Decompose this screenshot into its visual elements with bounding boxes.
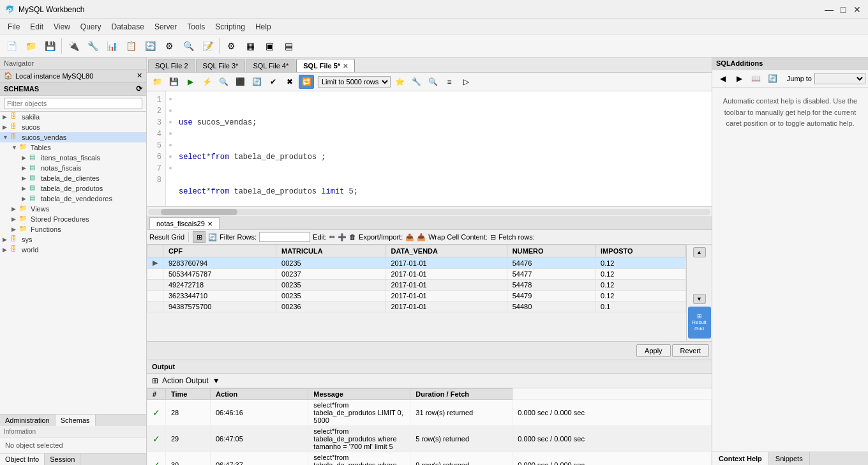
edit-add-btn[interactable]: ➕ xyxy=(338,233,347,241)
result-row[interactable]: 492472718 00235 2017-01-01 54478 0.12 xyxy=(147,280,686,291)
refresh-result-btn[interactable]: 🔄 xyxy=(208,233,217,241)
object-info-tab[interactable]: Object Info xyxy=(0,454,45,465)
result-grid-icon[interactable]: ⊞ xyxy=(193,231,206,243)
query-explain-btn[interactable]: 🔍 xyxy=(216,75,231,89)
tree-item-tabela-vendedores[interactable]: ▶ ▤ tabela_de_vendedores xyxy=(0,194,146,204)
session-tab[interactable]: Session xyxy=(45,454,80,465)
toolbar-open[interactable]: 📁 xyxy=(22,37,40,55)
toolbar-btn4[interactable]: 📋 xyxy=(122,37,140,55)
menu-scripting[interactable]: Scripting xyxy=(210,21,250,33)
instance-tab[interactable]: 🏠 Local instance MySQL80 ✕ xyxy=(0,70,146,82)
query-autocommit-btn[interactable]: 🔁 xyxy=(299,75,314,89)
menu-database[interactable]: Database xyxy=(107,21,149,33)
action-output-dropdown[interactable]: ▼ xyxy=(213,376,220,385)
query-open-btn[interactable]: 📁 xyxy=(149,75,165,89)
tree-item-sucos[interactable]: ▶ 🗄 sucos xyxy=(0,122,146,132)
result-row[interactable]: ▶ 9283760794 00235 2017-01-01 54476 0.12 xyxy=(147,257,686,269)
query-more-btn[interactable]: ▷ xyxy=(458,75,474,89)
tree-item-stored-procs[interactable]: ▶ 📁 Stored Procedures xyxy=(0,214,146,224)
close-button[interactable]: ✕ xyxy=(851,4,863,15)
result-row[interactable]: 3623344710 00235 2017-01-01 54479 0.12 xyxy=(147,291,686,301)
toolbar-layout3[interactable]: ▤ xyxy=(280,37,297,55)
result-grid-toggle-btn[interactable]: ⊞ ResultGrid xyxy=(688,307,711,339)
tree-item-itens-notas[interactable]: ▶ ▤ itens_notas_fiscais xyxy=(0,153,146,163)
sql-tab-2[interactable]: SQL File 2 xyxy=(148,59,195,72)
result-tab-close[interactable]: ✕ xyxy=(207,220,213,227)
edit-del-btn[interactable]: 🗑 xyxy=(349,233,356,241)
col-imposto[interactable]: IMPOSTO xyxy=(595,245,686,257)
query-star-btn[interactable]: ⭐ xyxy=(392,75,407,89)
query-run-all-btn[interactable]: ▶ xyxy=(183,75,198,89)
tree-item-world[interactable]: ▶ 🗄 world xyxy=(0,245,146,255)
query-run-sel-btn[interactable]: ⚡ xyxy=(199,75,214,89)
editor-scroll-area[interactable]: 1 2 3 4 5 6 7 8 ● ● ● ● ● ● ● xyxy=(147,91,712,206)
toolbar-btn7[interactable]: 🔍 xyxy=(179,37,197,55)
revert-button[interactable]: Revert xyxy=(672,344,709,357)
hscroll-thumb[interactable] xyxy=(161,209,237,215)
vscroll-down-btn[interactable]: ▼ xyxy=(693,294,706,304)
vscroll-up-btn[interactable]: ▲ xyxy=(693,247,706,257)
apply-button[interactable]: Apply xyxy=(636,344,671,357)
col-data-venda[interactable]: DATA_VENDA xyxy=(385,245,507,257)
search-input[interactable] xyxy=(4,98,142,109)
instance-close[interactable]: ✕ xyxy=(137,72,142,80)
tree-item-functions[interactable]: ▶ 📁 Functions xyxy=(0,224,146,234)
toolbar-btn5[interactable]: 🔄 xyxy=(141,37,159,55)
query-stop-btn[interactable]: ⬛ xyxy=(232,75,248,89)
code-editor[interactable]: use sucos_vendas; select*from tabela_de_… xyxy=(175,91,712,206)
sql-additions-next-btn[interactable]: ▶ xyxy=(731,72,747,86)
toolbar-layout2[interactable]: ▣ xyxy=(260,37,278,55)
sql-additions-auto-btn[interactable]: 🔄 xyxy=(765,72,780,86)
tree-item-sucos-vendas[interactable]: ▼ 🗄 sucos_vendas xyxy=(0,132,146,142)
menu-tools[interactable]: Tools xyxy=(182,21,210,33)
sql-additions-context-btn[interactable]: 📖 xyxy=(748,72,763,86)
tree-item-sys[interactable]: ▶ 🗄 sys xyxy=(0,234,146,245)
toolbar-btn3[interactable]: 📊 xyxy=(103,37,121,55)
result-row[interactable]: 94387575700 00236 2017-01-01 54480 0.1 xyxy=(147,301,686,312)
toolbar-connect[interactable]: 🔌 xyxy=(64,37,82,55)
query-commit-btn[interactable]: ✔ xyxy=(266,75,281,89)
schemas-tab[interactable]: Schemas xyxy=(56,415,96,426)
query-format-btn[interactable]: ≡ xyxy=(442,75,457,89)
menu-edit[interactable]: Edit xyxy=(25,21,49,33)
result-tab-notas[interactable]: notas_fiscais29 ✕ xyxy=(149,217,220,229)
toolbar-btn6[interactable]: ⚙ xyxy=(160,37,178,55)
snippets-tab[interactable]: Snippets xyxy=(769,452,810,465)
query-rollback-btn[interactable]: ✖ xyxy=(282,75,297,89)
col-cpf[interactable]: CPF xyxy=(163,245,276,257)
sql-tab-4[interactable]: SQL File 4* xyxy=(246,59,296,72)
minimize-button[interactable]: — xyxy=(823,4,835,15)
query-calibrate-btn[interactable]: 🔧 xyxy=(408,75,424,89)
menu-help[interactable]: Help xyxy=(250,21,276,33)
tree-item-views[interactable]: ▶ 📁 Views xyxy=(0,204,146,214)
tree-item-tables-folder[interactable]: ▼ 📁 Tables xyxy=(0,142,146,153)
menu-query[interactable]: Query xyxy=(75,21,107,33)
limit-select[interactable]: Limit to 5000 rows Don't Limit Limit to … xyxy=(318,76,391,88)
sql-tab-5-close[interactable]: ✕ xyxy=(343,63,348,70)
query-save-btn[interactable]: 💾 xyxy=(166,75,181,89)
administration-tab[interactable]: Administration xyxy=(0,415,56,426)
menu-server[interactable]: Server xyxy=(149,21,182,33)
toolbar-btn8[interactable]: 📝 xyxy=(198,37,216,55)
tree-item-sakila[interactable]: ▶ 🗄 sakila xyxy=(0,112,146,122)
query-search-btn[interactable]: 🔍 xyxy=(425,75,440,89)
col-matricula[interactable]: MATRICULA xyxy=(276,245,385,257)
col-numero[interactable]: NUMERO xyxy=(507,245,595,257)
sql-tab-3[interactable]: SQL File 3* xyxy=(196,59,246,72)
result-row[interactable]: 50534475787 00237 2017-01-01 54477 0.12 xyxy=(147,269,686,280)
toolbar-btn2[interactable]: 🔧 xyxy=(84,37,101,55)
jump-to-select[interactable] xyxy=(814,73,865,84)
editor-hscrollbar[interactable] xyxy=(147,206,712,217)
tree-item-tabela-clientes[interactable]: ▶ ▤ tabela_de_clientes xyxy=(0,173,146,183)
sql-additions-prev-btn[interactable]: ◀ xyxy=(715,72,730,86)
query-toggle-btn[interactable]: 🔄 xyxy=(249,75,264,89)
toolbar-settings[interactable]: ⚙ xyxy=(222,37,240,55)
result-table-container[interactable]: CPF MATRICULA DATA_VENDA NUMERO IMPOSTO … xyxy=(147,245,686,341)
edit-pencil-btn[interactable]: ✏ xyxy=(329,233,335,241)
export-btn[interactable]: 📤 xyxy=(405,233,414,241)
tree-item-tabela-produtos[interactable]: ▶ ▤ tabela_de_produtos xyxy=(0,183,146,194)
filter-input[interactable] xyxy=(259,232,310,242)
import-btn[interactable]: 📥 xyxy=(417,233,426,241)
toolbar-new[interactable]: 📄 xyxy=(3,37,20,55)
toolbar-layout1[interactable]: ▦ xyxy=(241,37,259,55)
